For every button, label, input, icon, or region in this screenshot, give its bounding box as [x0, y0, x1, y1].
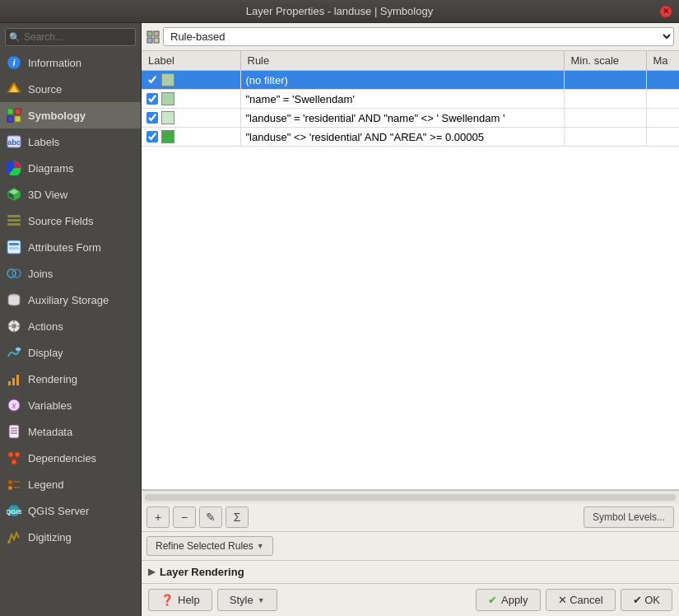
sidebar-item-qgis[interactable]: QGISQGIS Server — [0, 497, 141, 524]
remove-icon: − — [181, 511, 188, 524]
sourcefields-label: Source Fields — [28, 215, 93, 227]
sidebar-item-dependencies[interactable]: Dependencies — [0, 445, 141, 471]
actions-label: Actions — [28, 320, 63, 333]
table-header: Label Rule Min. scale Ma — [142, 51, 679, 71]
sidebar-item-symbology[interactable]: Symbology — [0, 102, 141, 128]
table-row[interactable]: "landuse" <> 'residential' AND "AREA" >=… — [142, 128, 679, 147]
col-minscale: Min. scale — [564, 51, 646, 71]
table-row[interactable]: (no filter) — [142, 71, 679, 90]
renderer-select[interactable]: Rule-based — [163, 27, 674, 46]
svg-point-24 — [12, 324, 16, 329]
svg-line-42 — [11, 457, 14, 460]
sidebar-item-rendering[interactable]: Rendering — [0, 366, 141, 392]
symbol-levels-button[interactable]: Symbol Levels... — [584, 506, 674, 528]
rule-expression-cell: "name" = 'Swellendam' — [240, 90, 564, 109]
close-button[interactable]: ✕ — [659, 5, 672, 18]
help-button[interactable]: ❓ Help — [148, 589, 212, 611]
rendering-label: Rendering — [28, 373, 77, 385]
sidebar-items-container: iInformationSourceSymbologyabcLabelsDiag… — [0, 49, 141, 550]
svg-text:QGIS: QGIS — [7, 508, 21, 516]
svg-rect-4 — [7, 109, 13, 114]
content-area: Rule-based Label Rule Min. scale Ma (no … — [142, 23, 679, 616]
variables-icon: x — [7, 398, 21, 413]
cancel-button[interactable]: ✕ Cancel — [546, 589, 616, 611]
dropdown-arrow-icon: ▼ — [257, 542, 264, 550]
sidebar-item-actions[interactable]: Actions — [0, 313, 141, 339]
expression-button[interactable]: Σ — [226, 506, 249, 528]
rules-table-container[interactable]: Label Rule Min. scale Ma (no filter)"nam… — [142, 51, 679, 490]
information-icon: i — [7, 55, 21, 70]
legend-label: Legend — [28, 478, 63, 491]
sidebar-item-attrform[interactable]: Attributes Form — [0, 234, 141, 260]
svg-rect-30 — [8, 381, 11, 385]
help-label: Help — [178, 594, 200, 606]
sidebar-item-auxiliary[interactable]: Auxiliary Storage — [0, 287, 141, 313]
style-dropdown-icon: ▼ — [258, 596, 265, 604]
rule-max-scale-cell — [646, 109, 679, 128]
attrform-label: Attributes Form — [28, 241, 101, 254]
table-row[interactable]: "landuse" = 'residential' AND "name" <> … — [142, 109, 679, 128]
labels-icon: abc — [7, 134, 21, 149]
joins-icon — [7, 266, 21, 281]
3dview-label: 3D View — [28, 189, 67, 201]
rule-checkbox[interactable] — [146, 112, 158, 124]
actions-icon — [7, 319, 21, 334]
apply-check-icon: ✔ — [488, 594, 497, 606]
sidebar-item-display[interactable]: Display — [0, 339, 141, 366]
refine-selected-rules-button[interactable]: Refine Selected Rules ▼ — [146, 536, 273, 556]
color-swatch — [161, 73, 174, 86]
sidebar-item-diagrams[interactable]: Diagrams — [0, 155, 141, 181]
add-rule-button[interactable]: + — [146, 506, 170, 528]
svg-text:x: x — [12, 401, 17, 410]
sourcefields-icon — [7, 213, 21, 228]
svg-point-50 — [7, 540, 11, 544]
horizontal-scrollbar[interactable] — [142, 490, 679, 503]
layer-rendering-row[interactable]: ▶ Layer Rendering — [142, 561, 679, 583]
sidebar-item-labels[interactable]: abcLabels — [0, 128, 141, 155]
ok-button[interactable]: ✔ OK — [621, 589, 672, 611]
sidebar-item-digitizing[interactable]: Digitizing — [0, 524, 141, 550]
style-button[interactable]: Style ▼ — [217, 589, 277, 611]
svg-point-40 — [15, 452, 20, 457]
col-rule: Rule — [240, 51, 564, 71]
auxiliary-label: Auxiliary Storage — [28, 294, 109, 306]
source-label: Source — [28, 83, 62, 96]
sidebar: 🔍 iInformationSourceSymbologyabcLabelsDi… — [0, 23, 142, 616]
bottom-bar: ❓ Help Style ▼ ✔ Apply ✕ Cancel ✔ OK — [142, 583, 679, 616]
sidebar-item-variables[interactable]: xVariables — [0, 392, 141, 418]
variables-label: Variables — [28, 399, 72, 412]
sidebar-item-3dview[interactable]: 3D View — [0, 181, 141, 208]
search-icon: 🔍 — [9, 32, 21, 43]
diagrams-icon — [7, 161, 21, 175]
layer-rendering-label: Layer Rendering — [160, 566, 244, 578]
dependencies-label: Dependencies — [28, 452, 96, 464]
rule-checkbox[interactable] — [146, 93, 158, 105]
remove-rule-button[interactable]: − — [173, 506, 196, 528]
qgis-icon: QGIS — [7, 503, 21, 518]
svg-text:abc: abc — [7, 138, 21, 147]
rendering-icon — [7, 371, 21, 386]
rule-checkbox[interactable] — [146, 74, 158, 86]
table-row[interactable]: "name" = 'Swellendam' — [142, 90, 679, 109]
sidebar-item-sourcefields[interactable]: Source Fields — [0, 208, 141, 234]
svg-rect-32 — [16, 375, 19, 385]
sidebar-item-joins[interactable]: Joins — [0, 260, 141, 287]
rule-checkbox[interactable] — [146, 131, 158, 142]
ok-label: ✔ OK — [633, 594, 660, 606]
apply-button[interactable]: ✔ Apply — [476, 589, 541, 611]
apply-label: Apply — [501, 594, 528, 606]
svg-rect-18 — [9, 243, 19, 245]
svg-rect-19 — [9, 247, 19, 250]
edit-rule-button[interactable]: ✎ — [199, 506, 222, 528]
svg-rect-52 — [154, 31, 159, 36]
sidebar-item-information[interactable]: iInformation — [0, 49, 141, 76]
sidebar-search-input[interactable] — [5, 28, 136, 46]
svg-point-39 — [8, 452, 13, 457]
rule-min-scale-cell — [564, 128, 646, 147]
diagrams-label: Diagrams — [28, 162, 74, 175]
cancel-label: ✕ Cancel — [558, 594, 603, 606]
rule-check-color-cell — [142, 71, 240, 90]
sidebar-item-source[interactable]: Source — [0, 76, 141, 102]
sidebar-item-metadata[interactable]: Metadata — [0, 418, 141, 445]
sidebar-item-legend[interactable]: Legend — [0, 471, 141, 497]
